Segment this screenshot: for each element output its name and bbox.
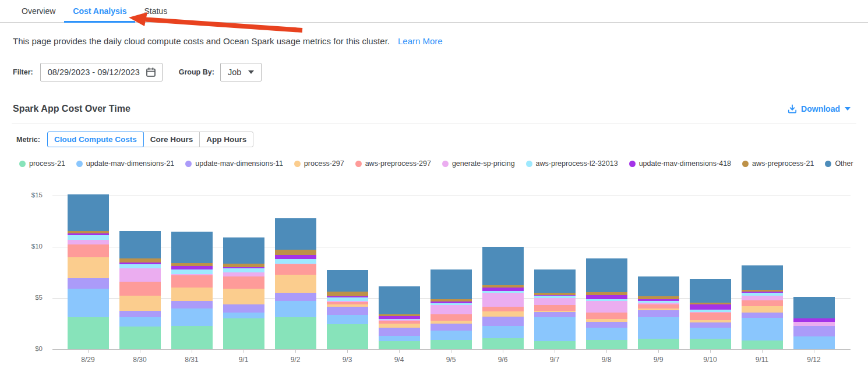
bar-segment-9-12-generate-sp-pricing[interactable] — [793, 322, 835, 325]
bar-segment-8-31-other[interactable] — [171, 232, 213, 264]
bar-segment-9-3-aws-preprocess-21[interactable] — [327, 292, 368, 297]
bar-segment-9-3-other[interactable] — [327, 270, 368, 292]
bar-segment-9-3-update-mav-dimensions-11[interactable] — [327, 307, 368, 315]
bar-segment-9-6-aws-preprocess-l2-32013[interactable] — [482, 291, 524, 293]
bar-segment-9-9-update-mav-dimensions-11[interactable] — [638, 310, 679, 317]
bar-segment-9-1-update-mav-dimensions-418[interactable] — [223, 267, 264, 268]
bar-segment-9-9-update-mav-dimensions-21[interactable] — [638, 317, 679, 339]
bar-segment-8-29-aws-preprocess-297[interactable] — [68, 244, 109, 257]
bar-segment-9-9-aws-preprocess-297[interactable] — [638, 304, 679, 308]
bar-segment-9-11-process-21[interactable] — [742, 340, 783, 349]
bar-segment-9-6-aws-preprocess-21[interactable] — [482, 285, 524, 288]
bar-segment-9-7-aws-preprocess-297[interactable] — [534, 305, 576, 311]
bar-segment-9-6-update-mav-dimensions-21[interactable] — [482, 326, 524, 338]
tab-status[interactable]: Status — [135, 0, 176, 22]
bar-segment-9-2-aws-preprocess-297[interactable] — [275, 264, 316, 275]
bar-segment-9-6-update-mav-dimensions-11[interactable] — [482, 317, 524, 327]
bar-segment-9-6-update-mav-dimensions-418[interactable] — [482, 288, 524, 290]
bar-segment-8-31-process-21[interactable] — [171, 326, 213, 349]
bar-segment-9-8-update-mav-dimensions-21[interactable] — [586, 328, 627, 340]
bar-segment-9-5-update-mav-dimensions-11[interactable] — [431, 324, 472, 331]
metric-option-core-hours[interactable]: Core Hours — [143, 132, 200, 147]
bar-segment-8-31-process-297[interactable] — [171, 288, 213, 301]
bar-segment-9-10-process-21[interactable] — [690, 339, 731, 349]
bar-segment-9-8-aws-preprocess-l2-32013[interactable] — [586, 299, 627, 301]
bar-segment-9-11-aws-preprocess-297[interactable] — [742, 300, 783, 306]
bar-segment-8-29-process-297[interactable] — [68, 257, 109, 278]
legend-item-generate-sp-pricing[interactable]: generate-sp-pricing — [442, 159, 515, 168]
bar-segment-8-30-aws-preprocess-l2-32013[interactable] — [119, 264, 161, 268]
bar-segment-9-2-generate-sp-pricing[interactable] — [275, 264, 316, 264]
bar-segment-9-9-generate-sp-pricing[interactable] — [638, 303, 679, 305]
bar-segment-9-4-generate-sp-pricing[interactable] — [379, 320, 420, 321]
metric-option-cloud-compute-costs[interactable]: Cloud Compute Costs — [47, 132, 144, 147]
bar-segment-8-30-aws-preprocess-21[interactable] — [119, 258, 161, 263]
bar-segment-9-5-update-mav-dimensions-21[interactable] — [431, 331, 472, 340]
bar-segment-8-30-update-mav-dimensions-21[interactable] — [119, 317, 161, 327]
bar-segment-9-1-update-mav-dimensions-11[interactable] — [223, 304, 264, 313]
bar-segment-8-30-process-21[interactable] — [119, 327, 161, 349]
bar-segment-9-6-process-21[interactable] — [482, 338, 524, 349]
bar-segment-9-8-aws-preprocess-21[interactable] — [586, 292, 627, 295]
bar-segment-9-11-update-mav-dimensions-11[interactable] — [742, 313, 783, 318]
bar-segment-8-29-update-mav-dimensions-418[interactable] — [68, 233, 109, 235]
bar-segment-9-10-aws-preprocess-21[interactable] — [690, 303, 731, 305]
bar-segment-9-9-aws-preprocess-21[interactable] — [638, 296, 679, 299]
bar-segment-9-7-generate-sp-pricing[interactable] — [534, 298, 576, 305]
bar-segment-9-5-other[interactable] — [431, 269, 472, 299]
bar-segment-9-5-aws-preprocess-297[interactable] — [431, 314, 472, 321]
bar-segment-8-30-update-mav-dimensions-11[interactable] — [119, 311, 161, 317]
bar-segment-9-11-other[interactable] — [742, 265, 783, 290]
bar-segment-9-10-other[interactable] — [690, 279, 731, 303]
bar-segment-9-10-update-mav-dimensions-11[interactable] — [690, 322, 731, 328]
bar-segment-9-1-update-mav-dimensions-21[interactable] — [223, 313, 264, 319]
bar-segment-8-30-generate-sp-pricing[interactable] — [119, 268, 161, 282]
bar-segment-8-31-generate-sp-pricing[interactable] — [171, 274, 213, 276]
bar-segment-9-6-generate-sp-pricing[interactable] — [482, 293, 524, 307]
bar-segment-8-30-update-mav-dimensions-418[interactable] — [119, 263, 161, 264]
legend-item-aws-preprocess-21[interactable]: aws-preprocess-21 — [742, 159, 814, 168]
bar-segment-8-29-other[interactable] — [68, 194, 109, 230]
bar-segment-9-1-aws-preprocess-21[interactable] — [223, 264, 264, 267]
group-by-select[interactable]: Job — [220, 63, 262, 81]
bar-segment-9-3-update-mav-dimensions-21[interactable] — [327, 315, 368, 324]
legend-item-other[interactable]: Other — [825, 159, 853, 168]
bar-segment-9-3-generate-sp-pricing[interactable] — [327, 301, 368, 302]
tab-cost-analysis[interactable]: Cost Analysis — [64, 0, 135, 22]
bar-segment-8-29-update-mav-dimensions-11[interactable] — [68, 278, 109, 289]
bar-segment-9-10-update-mav-dimensions-418[interactable] — [690, 304, 731, 310]
bar-segment-9-8-generate-sp-pricing[interactable] — [586, 301, 627, 312]
bar-segment-9-2-update-mav-dimensions-21[interactable] — [275, 301, 316, 317]
bar-segment-9-3-process-297[interactable] — [327, 304, 368, 307]
bar-segment-9-10-generate-sp-pricing[interactable] — [690, 312, 731, 313]
bar-segment-9-4-update-mav-dimensions-418[interactable] — [379, 316, 420, 319]
bar-segment-9-11-process-297[interactable] — [742, 306, 783, 313]
bar-segment-9-2-process-21[interactable] — [275, 317, 316, 349]
bar-segment-9-12-update-mav-dimensions-418[interactable] — [793, 318, 835, 322]
bar-segment-9-8-update-mav-dimensions-11[interactable] — [586, 322, 627, 328]
date-range-picker[interactable]: 08/29/2023 - 09/12/2023 — [40, 63, 163, 81]
bar-segment-9-2-process-297[interactable] — [275, 275, 316, 293]
bar-segment-9-11-update-mav-dimensions-21[interactable] — [742, 318, 783, 340]
bar-segment-9-9-process-297[interactable] — [638, 308, 679, 311]
bar-segment-9-5-process-297[interactable] — [431, 321, 472, 324]
learn-more-link[interactable]: Learn More — [398, 36, 443, 46]
bar-segment-8-29-update-mav-dimensions-21[interactable] — [68, 289, 109, 317]
metric-option-app-hours[interactable]: App Hours — [199, 132, 253, 147]
bar-segment-9-1-aws-preprocess-l2-32013[interactable] — [223, 268, 264, 272]
bar-segment-9-6-aws-preprocess-297[interactable] — [482, 307, 524, 311]
bar-segment-9-7-update-mav-dimensions-418[interactable] — [534, 295, 576, 296]
bar-segment-8-31-update-mav-dimensions-418[interactable] — [171, 266, 213, 269]
bar-segment-9-3-update-mav-dimensions-418[interactable] — [327, 296, 368, 297]
bar-segment-9-6-process-297[interactable] — [482, 311, 524, 317]
bar-segment-9-4-process-297[interactable] — [379, 324, 420, 328]
bar-segment-9-1-aws-preprocess-297[interactable] — [223, 276, 264, 289]
bar-segment-9-7-other[interactable] — [534, 269, 576, 293]
bar-segment-8-29-aws-preprocess-l2-32013[interactable] — [68, 235, 109, 240]
bar-segment-9-7-process-297[interactable] — [534, 311, 576, 312]
bar-segment-9-12-update-mav-dimensions-11[interactable] — [793, 326, 835, 336]
legend-item-aws-preprocess-297[interactable]: aws-preprocess-297 — [355, 159, 431, 168]
bar-segment-8-31-update-mav-dimensions-21[interactable] — [171, 308, 213, 326]
bar-segment-9-9-process-21[interactable] — [638, 339, 679, 349]
bar-segment-9-1-process-21[interactable] — [223, 318, 264, 349]
